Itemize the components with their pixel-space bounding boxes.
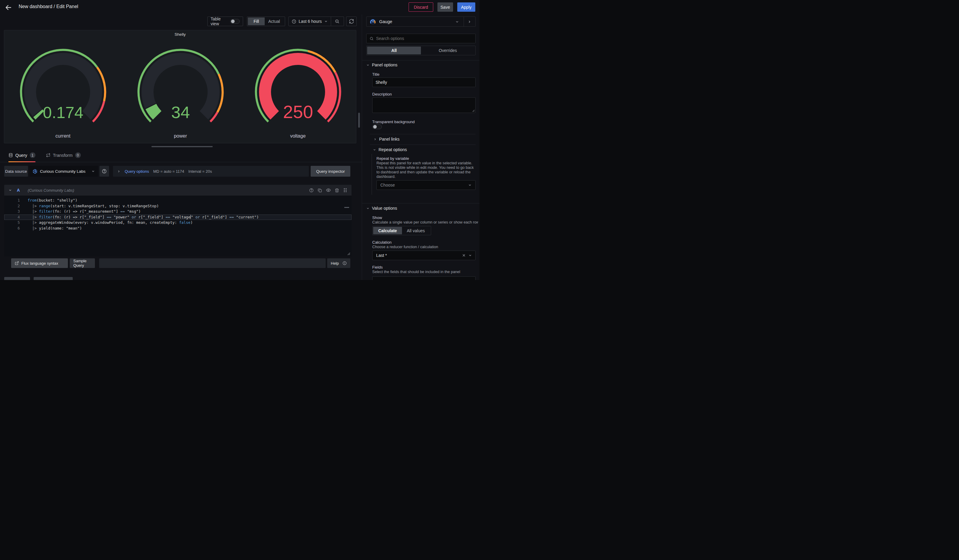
apply-button[interactable]: Apply [457, 2, 475, 12]
calculation-description: Choose a reducer function / calculation [372, 245, 478, 249]
main-scrollbar[interactable] [358, 113, 360, 128]
repeat-variable-select[interactable]: Choose [376, 180, 476, 190]
external-link-icon [15, 261, 19, 265]
panel-resize-handle[interactable] [151, 146, 213, 147]
add-expression-button-partial[interactable] [33, 277, 73, 280]
show-label: Show [372, 215, 382, 220]
query-row-header[interactable]: A (Curious Community Labs) [4, 185, 352, 196]
chevron-down-icon [468, 183, 472, 187]
description-label: Description [372, 92, 392, 96]
chevron-down-icon [455, 20, 459, 24]
gauge-arc: 0.174 [8, 44, 119, 131]
influxdb-icon [32, 169, 38, 174]
divider [370, 145, 476, 145]
options-filter-tabs: All Overrides [366, 46, 476, 55]
table-view-label: Table view [210, 16, 230, 26]
fill-actual-switch: Fill Actual [247, 16, 285, 26]
hide-query-icon[interactable] [326, 188, 331, 192]
panel-title-input[interactable] [373, 78, 475, 87]
gauge-value: 0.174 [43, 103, 83, 121]
divider [370, 134, 476, 134]
code-lines: 1from(bucket: "shelly")2 |> range(start:… [4, 198, 352, 231]
section-panel-links[interactable]: Panel links [373, 137, 400, 142]
gauge-voltage: 250voltage [239, 44, 357, 143]
sample-query-button[interactable]: Sample Query [70, 258, 95, 268]
tab-transform[interactable]: Transform 0 [46, 148, 81, 162]
drag-handle-icon[interactable] [343, 188, 347, 192]
section-repeat-options[interactable]: Repeat options [373, 147, 407, 152]
all-values-option[interactable]: All values [402, 227, 430, 234]
active-tab-underline [8, 161, 35, 162]
title-input-box [372, 78, 476, 87]
refresh-button[interactable] [346, 16, 357, 26]
line-number: 4 [4, 215, 20, 220]
divider [464, 17, 464, 26]
table-view-toggle[interactable] [230, 19, 240, 24]
help-button[interactable]: Help [327, 258, 350, 268]
duplicate-query-icon[interactable] [317, 188, 322, 192]
actual-option[interactable]: Actual [265, 18, 284, 25]
datasource-help-button[interactable] [99, 166, 109, 177]
editor-resize-grip[interactable] [347, 252, 350, 255]
section-title: Panel links [379, 137, 400, 142]
overview-ruler-mark [344, 207, 349, 208]
editor-footer-bar [99, 258, 326, 268]
code-line-4: 4 |> filter(fn: (r) => r["_field"] == "p… [4, 215, 352, 220]
save-button[interactable]: Save [437, 2, 453, 12]
line-number: 6 [4, 226, 20, 231]
textarea-resize-grip[interactable] [472, 109, 475, 112]
expand-options-icon[interactable] [467, 20, 472, 24]
gauge-value: 34 [171, 103, 190, 122]
gauge-title: voltage [239, 134, 357, 139]
section-panel-options[interactable]: Panel options [366, 62, 397, 67]
refresh-icon [349, 19, 354, 24]
time-range-picker[interactable]: Last 6 hours [289, 17, 331, 26]
datasource-picker[interactable]: Curious Community Labs [29, 166, 98, 177]
datasource-label: Data source [4, 166, 28, 177]
collapse-chevron-icon [8, 188, 12, 192]
chevron-down-icon [91, 169, 95, 173]
back-arrow-icon[interactable] [5, 4, 12, 11]
flux-syntax-button[interactable]: Flux language syntax [11, 258, 68, 268]
transform-count-badge: 0 [75, 152, 81, 158]
max-data-points-value: MD = auto = 1174 [153, 169, 184, 173]
transform-icon [46, 153, 51, 158]
section-value-options[interactable]: Value options [366, 206, 397, 211]
section-title: Value options [372, 206, 397, 211]
code-line-5: 5 |> aggregateWindow(every: v.windowPeri… [4, 220, 352, 226]
query-inspector-button[interactable]: Query inspector [311, 166, 350, 177]
tab-overrides[interactable]: Overrides [421, 46, 475, 54]
tab-query-label: Query [15, 153, 27, 158]
tab-query[interactable]: Query 1 [8, 148, 35, 162]
gauge-arc: 34 [125, 44, 236, 131]
time-range-label: Last 6 hours [299, 19, 322, 24]
tab-all[interactable]: All [367, 46, 421, 54]
fields-label: Fields [372, 265, 383, 269]
search-options-input[interactable] [376, 34, 475, 43]
toggle-knob [231, 19, 235, 23]
time-zoom-out-button[interactable] [331, 17, 343, 26]
gauge-value: 250 [283, 102, 313, 122]
show-description: Calculate a single value per column or s… [372, 220, 478, 225]
fields-select-partial[interactable] [372, 277, 476, 280]
viz-picker[interactable]: 79 Gauge [366, 16, 476, 27]
description-textarea[interactable] [372, 97, 476, 113]
chevron-down-icon [366, 207, 370, 210]
zoom-out-icon [335, 19, 339, 24]
line-number: 2 [4, 204, 20, 209]
discard-button[interactable]: Discard [409, 2, 433, 12]
gauge-viz-icon: 79 [370, 18, 376, 25]
query-help-icon[interactable] [309, 188, 314, 192]
flux-code-editor[interactable]: 1from(bucket: "shelly")2 |> range(start:… [4, 196, 352, 256]
calculation-select[interactable]: Last * [372, 251, 476, 260]
add-query-button-partial[interactable] [4, 277, 30, 280]
fill-option[interactable]: Fill [248, 18, 265, 25]
query-options-link[interactable]: Query options [125, 169, 149, 173]
delete-query-icon[interactable] [335, 188, 339, 192]
options-sidebar: 79 Gauge All Overrides Panel options Tit… [362, 14, 480, 280]
search-icon [370, 37, 374, 41]
clear-icon[interactable] [462, 254, 466, 257]
repeat-description: Repeat this panel for each value in the … [376, 161, 477, 179]
calculate-option[interactable]: Calculate [373, 227, 402, 234]
transparent-bg-toggle[interactable] [372, 124, 382, 129]
